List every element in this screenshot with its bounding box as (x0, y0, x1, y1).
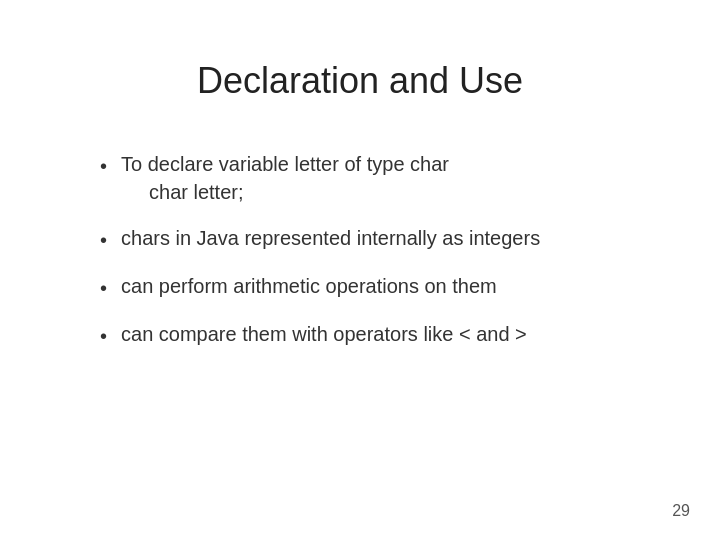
bullet-icon: • (100, 226, 107, 254)
content-list: • To declare variable letter of type cha… (100, 150, 660, 350)
bullet-icon: • (100, 322, 107, 350)
list-item-main: can perform arithmetic operations on the… (121, 275, 497, 297)
slide: Declaration and Use • To declare variabl… (0, 0, 720, 540)
list-item-text: can perform arithmetic operations on the… (121, 272, 660, 300)
list-item: • To declare variable letter of type cha… (100, 150, 660, 206)
page-number: 29 (672, 502, 690, 520)
list-item-text: can compare them with operators like < a… (121, 320, 660, 348)
list-item: • can perform arithmetic operations on t… (100, 272, 660, 302)
list-item-text: chars in Java represented internally as … (121, 224, 660, 252)
list-item-sub: char letter; (121, 178, 660, 206)
list-item: • can compare them with operators like <… (100, 320, 660, 350)
list-item: • chars in Java represented internally a… (100, 224, 660, 254)
list-item-text: To declare variable letter of type char … (121, 150, 660, 206)
list-item-main: To declare variable letter of type char (121, 153, 449, 175)
list-item-main: chars in Java represented internally as … (121, 227, 540, 249)
bullet-icon: • (100, 152, 107, 180)
list-item-main: can compare them with operators like < a… (121, 323, 527, 345)
bullet-icon: • (100, 274, 107, 302)
slide-title: Declaration and Use (60, 60, 660, 102)
